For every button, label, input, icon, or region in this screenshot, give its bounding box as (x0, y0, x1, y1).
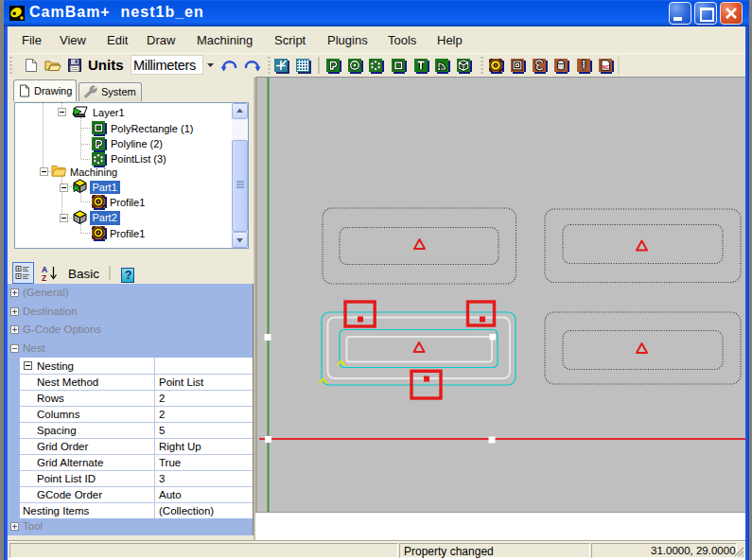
svg-text:Z: Z (42, 273, 46, 283)
svg-text:NC: NC (603, 64, 610, 70)
